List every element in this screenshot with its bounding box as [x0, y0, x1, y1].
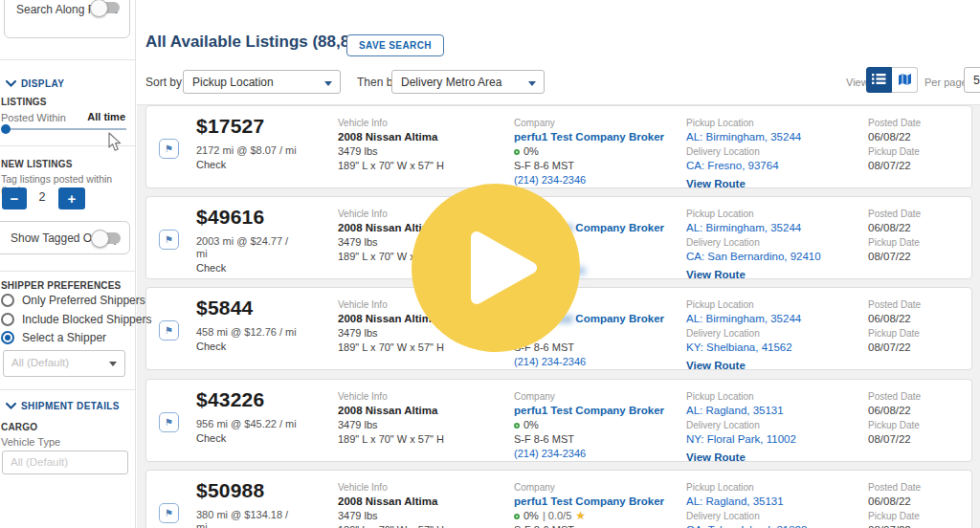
company-hours: S-F 8-6 MST [514, 432, 677, 447]
vehicle-name: 2008 Nissan Altima [338, 130, 444, 144]
listing-rate: 2003 mi @ $24.77 / mi [196, 235, 317, 260]
flag-icon: ⚑ [165, 143, 173, 154]
pickup-date-label: Pickup Date [868, 235, 921, 250]
company-rating: 0% [514, 144, 677, 159]
rating-ring-icon [514, 149, 520, 155]
vehicle-dimensions: 189" L x 70" W x 57" H [338, 432, 444, 447]
pickup-date-label: Pickup Date [868, 326, 921, 341]
view-route-link[interactable]: View Route [686, 268, 821, 282]
view-route-link[interactable]: View Route [686, 359, 801, 373]
flag-icon: ⚑ [165, 234, 173, 245]
pickup-location-label: Pickup Location [686, 389, 796, 404]
rating-percent: 0% [523, 418, 539, 432]
delivery-location-link[interactable]: KY: Shelbiana, 41562 [686, 341, 801, 355]
pickup-location-link[interactable]: AL: Ragland, 35131 [686, 495, 807, 509]
posted-date-label: Posted Date [868, 116, 921, 130]
posted-date-value: 06/08/22 [868, 312, 921, 326]
pickup-location-link[interactable]: AL: Birmingham, 35244 [686, 312, 801, 326]
cargo-subheader: CARGO [1, 422, 37, 432]
search-along-route-toggle[interactable] [93, 2, 120, 13]
pickup-date-label: Pickup Date [868, 144, 921, 159]
company-phone-link[interactable]: (214) 234-2346 [514, 447, 677, 461]
pickup-date-label: Pickup Date [868, 418, 921, 432]
delivery-location-link[interactable]: CA: San Bernardino, 92410 [686, 250, 821, 264]
decrement-hours-button[interactable]: − [2, 187, 27, 209]
pickup-location-link[interactable]: AL: Birmingham, 35244 [686, 221, 821, 235]
tag-listing-button[interactable]: ⚑ [159, 412, 179, 432]
display-section-header[interactable]: DISPLAY [6, 78, 64, 89]
listing-price: $17527 [196, 115, 317, 138]
then-by-dropdown[interactable]: Delivery Metro Area [391, 70, 545, 94]
price-column: $50988 380 mi @ $134.18 / mi Check [196, 479, 317, 528]
video-play-button[interactable] [412, 184, 580, 352]
company-phone-link[interactable]: (214) 234-2346 [514, 355, 677, 369]
radio-only-preferred[interactable]: Only Preferred Shippers [1, 294, 145, 307]
posted-date-label: Posted Date [868, 297, 921, 312]
shipper-preferences-subheader: SHIPPER PREFERENCES [1, 280, 122, 291]
listing-card[interactable]: ⚑ $43226 956 mi @ $45.22 / mi Check Vehi… [145, 379, 972, 462]
delivery-location-link[interactable]: NY: Floral Park, 11002 [686, 432, 796, 447]
posted-date-value: 06/08/22 [868, 130, 921, 144]
map-view-button[interactable] [892, 67, 918, 93]
vehicle-type-label: Vehicle Type [1, 436, 60, 448]
shipper-select[interactable]: All (Default) [3, 350, 125, 377]
rating-score: | 0.0/5 [543, 509, 571, 523]
per-page-label: Per page [924, 77, 968, 88]
payment-type: Check [196, 432, 317, 444]
radio-include-blocked[interactable]: Include Blocked Shippers [1, 313, 151, 326]
tag-hours-value: 2 [30, 190, 55, 204]
company-link[interactable]: perfu1 Test Company Broker [514, 404, 677, 418]
sort-by-dropdown[interactable]: Pickup Location [183, 70, 341, 94]
delivery-location-link[interactable]: GA: Tybee Island, 31328 [686, 523, 807, 528]
price-column: $17527 2172 mi @ $8.07 / mi Check [196, 115, 317, 170]
per-page-select[interactable]: 50 [964, 67, 980, 93]
company-link[interactable]: perfu1 Test Company Broker [514, 130, 677, 144]
vehicle-info-label: Vehicle Info [338, 480, 444, 495]
company-rating: 0% [514, 418, 677, 432]
sidebar-divider [0, 271, 135, 272]
company-column: Company perfu1 Test Company Broker 0% S-… [514, 389, 677, 461]
listing-rate: 380 mi @ $134.18 / mi [196, 509, 317, 528]
company-link[interactable]: perfu1 Test Company Broker [514, 495, 677, 509]
increment-hours-button[interactable]: + [58, 187, 85, 209]
pickup-location-link[interactable]: AL: Ragland, 35131 [686, 404, 796, 418]
rating-ring-icon [514, 423, 520, 429]
view-route-link[interactable]: View Route [686, 177, 801, 191]
delivery-location-label: Delivery Location [686, 509, 807, 523]
delivery-location-label: Delivery Location [686, 326, 801, 341]
caret-down-icon [324, 81, 332, 86]
delivery-location-link[interactable]: CA: Fresno, 93764 [686, 159, 801, 173]
tag-listing-button[interactable]: ⚑ [159, 230, 179, 250]
listing-price: $5844 [196, 297, 317, 319]
tag-listing-button[interactable]: ⚑ [159, 139, 179, 159]
listing-rate: 458 mi @ $12.76 / mi [196, 326, 317, 339]
shipment-details-section-header[interactable]: SHIPMENT DETAILS [6, 401, 120, 411]
posted-within-slider[interactable] [2, 128, 126, 130]
show-tagged-toggle[interactable] [94, 232, 121, 244]
route-column: Pickup Location AL: Birmingham, 35244 De… [686, 297, 801, 373]
company-rating: 0% | 0.0/5 ★ [514, 509, 677, 523]
radio-select-shipper[interactable]: Select a Shipper [1, 331, 106, 344]
rating-ring-icon [514, 514, 520, 519]
list-view-button[interactable] [866, 67, 892, 93]
delivery-location-label: Delivery Location [686, 418, 796, 432]
tag-listing-button[interactable]: ⚑ [159, 503, 179, 523]
view-route-link[interactable]: View Route [686, 451, 796, 465]
company-label: Company [514, 389, 677, 404]
listing-card[interactable]: ⚑ $50988 380 mi @ $134.18 / mi Check Veh… [145, 470, 972, 528]
slider-thumb[interactable] [1, 124, 11, 134]
vehicle-name: 2008 Nissan Altima [338, 495, 444, 509]
vehicle-type-select[interactable]: All (Default) [2, 451, 128, 474]
save-search-button[interactable]: SAVE SEARCH [346, 34, 444, 56]
rating-percent: 0% [523, 509, 539, 523]
vehicle-info-label: Vehicle Info [338, 389, 444, 404]
listing-card[interactable]: ⚑ $17527 2172 mi @ $8.07 / mi Check Vehi… [145, 105, 972, 188]
delivery-location-label: Delivery Location [686, 144, 801, 159]
pickup-location-link[interactable]: AL: Birmingham, 35244 [686, 130, 801, 144]
posted-date-label: Posted Date [868, 480, 921, 495]
pickup-date-value: 08/07/22 [868, 432, 921, 447]
sidebar-divider [0, 389, 135, 390]
vehicle-name: 2008 Nissan Altima [338, 404, 444, 418]
listing-rate: 956 mi @ $45.22 / mi [196, 418, 317, 430]
tag-listing-button[interactable]: ⚑ [159, 320, 179, 341]
